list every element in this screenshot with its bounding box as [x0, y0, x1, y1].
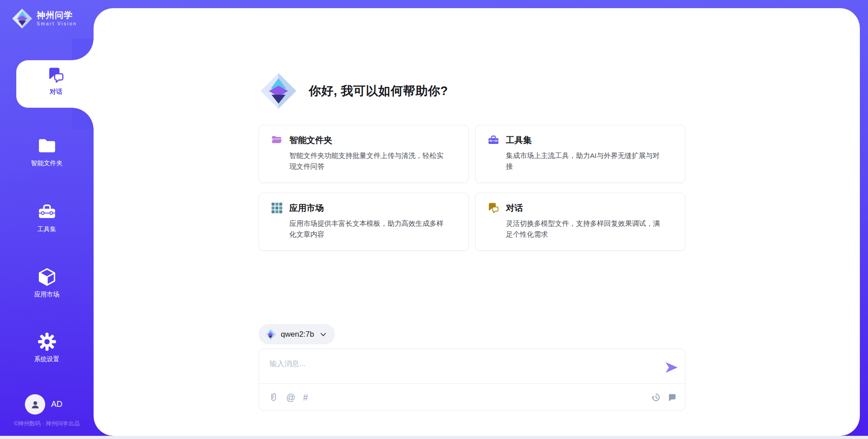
feature-cards: 智能文件夹 智能文件夹功能支持批量文件上传与清洗，轻松实现文件问答 工具集 集成… [259, 125, 685, 251]
user-account[interactable]: AD [25, 394, 62, 415]
sidebar-item-smart-folders[interactable]: 智能文件夹 [0, 136, 94, 167]
new-chat-button[interactable] [667, 392, 677, 402]
chat-bubble-icon [667, 392, 677, 402]
paperclip-icon [269, 392, 278, 402]
app-window: 神州问学 Smart Vision 对话 智能文件夹 工具集 应用市场 系统设置… [0, 0, 868, 439]
card-smart-folders[interactable]: 智能文件夹 智能文件夹功能支持批量文件上传与清洗，轻松实现文件问答 [259, 125, 469, 183]
history-clock-icon [651, 392, 661, 402]
greeting-title: 你好, 我可以如何帮助你? [309, 83, 448, 99]
card-app-market[interactable]: 应用市场 应用市场提供丰富长文本模板，助力高效生成多样化文章内容 [259, 193, 469, 251]
composer-toolbar: @ # [269, 384, 677, 410]
cube-icon [37, 267, 57, 287]
gear-icon [37, 332, 57, 352]
sidebar-item-label: 对话 [50, 88, 62, 96]
toolbox-icon [37, 202, 57, 222]
card-title: 对话 [506, 202, 523, 214]
assistant-diamond-icon [260, 72, 297, 110]
model-diamond-icon [264, 329, 276, 340]
sidebar-item-toolset[interactable]: 工具集 [0, 202, 94, 234]
card-toolset[interactable]: 工具集 集成市场上主流工具，助力AI与外界无缝扩展与对接 [475, 125, 685, 183]
sidebar-item-label: 系统设置 [34, 355, 60, 363]
card-description: 应用市场提供丰富长文本模板，助力高效生成多样化文章内容 [289, 218, 457, 240]
person-icon [29, 399, 41, 410]
chevron-down-icon [319, 330, 328, 339]
model-name: qwen2:7b [281, 330, 314, 339]
send-button[interactable] [665, 361, 678, 374]
copyright-footer: ©神州数码 · 神州问学出品 [0, 420, 94, 428]
open-folder-icon [271, 134, 283, 146]
history-button[interactable] [651, 392, 661, 402]
topic-button[interactable]: # [303, 393, 308, 402]
sidebar-item-label: 应用市场 [34, 291, 60, 299]
sidebar-item-chat[interactable]: 对话 [16, 66, 96, 96]
chat-icon [487, 202, 500, 214]
bottom-scrollbar-track[interactable] [0, 436, 868, 439]
tab-curve-top [72, 38, 94, 60]
avatar [25, 394, 45, 415]
model-selector[interactable]: qwen2:7b [259, 324, 335, 344]
grid-icon [271, 202, 283, 214]
message-input[interactable] [269, 357, 640, 370]
card-title: 工具集 [506, 134, 532, 146]
card-description: 灵活切换多模型文件，支持多样回复效果调试，满足个性化需求 [506, 218, 673, 240]
brand-name: 神州问学 [37, 11, 77, 20]
card-description: 集成市场上主流工具，助力AI与外界无缝扩展与对接 [506, 150, 673, 172]
folder-icon [37, 136, 57, 156]
card-title: 应用市场 [289, 202, 324, 214]
card-description: 智能文件夹功能支持批量文件上传与清洗，轻松实现文件问答 [289, 150, 457, 172]
attach-file-button[interactable] [269, 392, 278, 402]
brand-diamond-icon [12, 8, 33, 29]
greeting-block: 你好, 我可以如何帮助你? [260, 72, 448, 110]
tab-curve-bottom [72, 108, 94, 129]
send-icon [665, 361, 678, 374]
user-initials: AD [51, 400, 62, 409]
brand-logo: 神州问学 Smart Vision [12, 8, 93, 29]
chat-icon [47, 66, 65, 84]
sidebar-item-app-market[interactable]: 应用市场 [0, 267, 94, 299]
sidebar-item-label: 智能文件夹 [31, 159, 63, 167]
sidebar-item-label: 工具集 [38, 225, 57, 234]
sidebar-item-settings[interactable]: 系统设置 [0, 332, 94, 363]
card-chat[interactable]: 对话 灵活切换多模型文件，支持多样回复效果调试，满足个性化需求 [475, 193, 685, 251]
briefcase-icon [487, 134, 500, 146]
card-title: 智能文件夹 [289, 134, 332, 146]
message-composer: @ # [259, 348, 685, 411]
brand-subtitle: Smart Vision [37, 21, 77, 26]
mention-button[interactable]: @ [286, 393, 295, 402]
